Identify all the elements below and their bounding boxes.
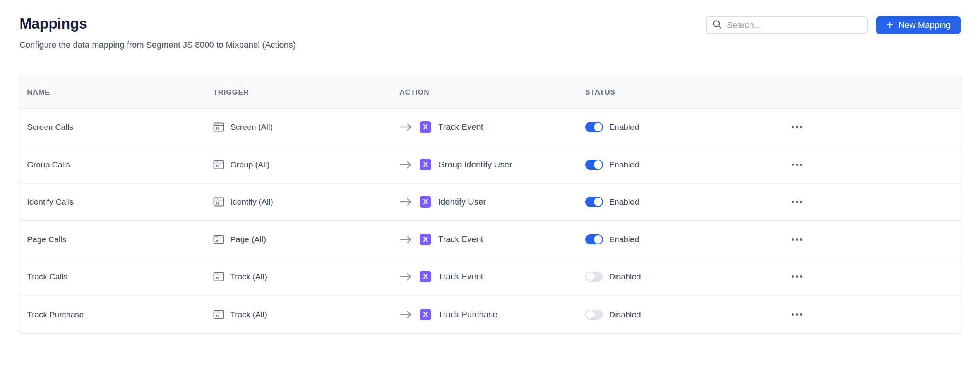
column-header-trigger: TRIGGER	[213, 88, 399, 96]
column-header-status: STATUS	[585, 88, 789, 96]
js-source-icon: JS	[213, 309, 224, 320]
mixpanel-icon: X	[420, 234, 431, 245]
toggle-knob	[594, 198, 602, 206]
mixpanel-icon: X	[420, 309, 431, 320]
table-row: Identify Calls JS Identify (All)	[19, 184, 961, 221]
page-header: Mappings Configure the data mapping from…	[19, 15, 961, 50]
more-icon	[792, 313, 794, 316]
status-toggle[interactable]	[585, 197, 603, 207]
status-label: Enabled	[609, 235, 639, 244]
js-source-icon: JS	[213, 159, 224, 170]
action-label: Track Event	[438, 122, 483, 132]
toolbar: + New Mapping	[706, 16, 961, 34]
arrow-right-icon	[399, 197, 413, 207]
status-label: Enabled	[609, 160, 639, 169]
status-label: Enabled	[609, 197, 639, 207]
trigger-label: Track (All)	[230, 272, 267, 281]
action-label: Identify User	[438, 197, 486, 207]
status-label: Disabled	[609, 272, 641, 281]
mixpanel-icon: X	[420, 271, 431, 282]
mixpanel-glyph: X	[423, 310, 428, 319]
action-label: Track Purchase	[438, 310, 497, 320]
mapping-name: Screen Calls	[27, 122, 73, 132]
toggle-knob	[586, 310, 595, 319]
search-icon	[712, 19, 722, 31]
action-label: Track Event	[438, 234, 483, 244]
mappings-table: NAME TRIGGER ACTION STATUS Screen Calls …	[19, 76, 961, 334]
toggle-knob	[594, 160, 602, 169]
mapping-name: Track Calls	[27, 272, 67, 281]
mixpanel-icon: X	[420, 121, 431, 133]
mapping-name: Page Calls	[27, 235, 67, 244]
status-label: Disabled	[609, 310, 641, 319]
mapping-name: Group Calls	[27, 160, 70, 169]
status-label: Enabled	[609, 122, 639, 132]
more-options-button[interactable]	[789, 273, 805, 280]
svg-text:JS: JS	[215, 127, 219, 131]
more-options-button[interactable]	[789, 161, 805, 168]
search-box[interactable]	[706, 16, 868, 34]
svg-text:JS: JS	[215, 164, 219, 168]
page-subtitle: Configure the data mapping from Segment …	[19, 40, 961, 50]
more-options-button[interactable]	[789, 124, 805, 131]
column-header-action: ACTION	[399, 88, 585, 96]
mixpanel-glyph: X	[423, 160, 428, 169]
trigger-label: Group (All)	[230, 160, 270, 169]
status-toggle[interactable]	[585, 310, 603, 320]
mapping-name: Identify Calls	[27, 197, 74, 207]
js-source-icon: JS	[213, 271, 224, 282]
arrow-right-icon	[399, 160, 413, 169]
more-icon	[792, 201, 794, 203]
mixpanel-icon: X	[420, 159, 431, 170]
mixpanel-icon: X	[420, 196, 431, 208]
more-icon	[792, 275, 794, 278]
table-row: Page Calls JS Page (All)	[19, 221, 961, 259]
search-input[interactable]	[727, 20, 862, 30]
more-icon	[792, 126, 794, 128]
mixpanel-glyph: X	[423, 123, 428, 131]
svg-text:JS: JS	[215, 239, 219, 243]
toggle-knob	[594, 235, 602, 244]
status-toggle[interactable]	[585, 234, 603, 244]
action-label: Group Identify User	[438, 160, 512, 170]
table-row: Track Purchase JS Track (All)	[19, 296, 961, 334]
trigger-label: Screen (All)	[230, 122, 273, 132]
arrow-right-icon	[399, 235, 413, 244]
status-toggle[interactable]	[585, 160, 603, 170]
plus-icon: +	[886, 19, 893, 31]
table-row: Track Calls JS Track (All)	[19, 258, 961, 296]
mapping-name: Track Purchase	[27, 310, 84, 319]
js-source-icon: JS	[213, 196, 224, 207]
trigger-label: Page (All)	[230, 235, 266, 244]
toggle-knob	[594, 123, 602, 131]
table-row: Screen Calls JS Screen (All)	[19, 109, 961, 146]
arrow-right-icon	[399, 310, 413, 319]
trigger-label: Track (All)	[230, 310, 267, 319]
mappings-page: Mappings Configure the data mapping from…	[0, 0, 980, 389]
js-source-icon: JS	[213, 122, 224, 133]
more-options-button[interactable]	[789, 236, 805, 243]
column-header-name: NAME	[27, 88, 213, 96]
new-mapping-button[interactable]: + New Mapping	[876, 16, 961, 34]
new-mapping-label: New Mapping	[898, 20, 951, 30]
status-toggle[interactable]	[585, 272, 603, 282]
svg-text:JS: JS	[215, 276, 219, 280]
more-icon	[792, 164, 794, 166]
svg-text:JS: JS	[215, 201, 219, 205]
table-body: Screen Calls JS Screen (All)	[19, 109, 961, 333]
trigger-label: Identify (All)	[230, 197, 273, 207]
more-options-button[interactable]	[789, 198, 805, 205]
mixpanel-glyph: X	[423, 198, 428, 206]
js-source-icon: JS	[213, 234, 224, 245]
table-header: NAME TRIGGER ACTION STATUS	[19, 76, 961, 109]
arrow-right-icon	[399, 272, 413, 281]
status-toggle[interactable]	[585, 122, 603, 132]
action-label: Track Event	[438, 272, 483, 282]
arrow-right-icon	[399, 122, 413, 132]
svg-text:JS: JS	[215, 314, 219, 318]
more-options-button[interactable]	[789, 311, 805, 318]
table-row: Group Calls JS Group (All)	[19, 146, 961, 184]
more-icon	[792, 238, 794, 241]
mixpanel-glyph: X	[423, 272, 428, 281]
mixpanel-glyph: X	[423, 235, 428, 244]
